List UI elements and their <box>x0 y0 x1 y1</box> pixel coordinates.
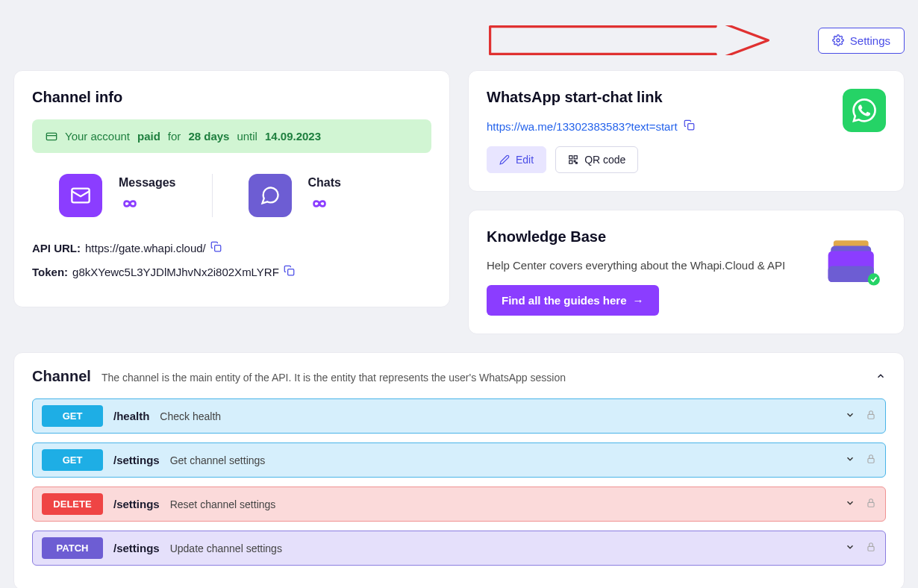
svg-point-16 <box>868 273 880 285</box>
method-badge: DELETE <box>42 493 103 515</box>
gear-icon <box>832 34 844 46</box>
kb-desc: Help Center covers everything about the … <box>487 259 785 272</box>
arrow-right-icon: → <box>633 294 644 307</box>
svg-point-0 <box>837 39 840 42</box>
channel-info-title: Channel info <box>32 89 431 106</box>
svg-rect-6 <box>687 124 693 130</box>
chevron-down-icon[interactable] <box>845 454 855 466</box>
token-row: Token: g8kXYewc5L3YJDlMJhvNx2i802XmLYRF <box>32 265 431 278</box>
chevron-down-icon[interactable] <box>845 542 855 554</box>
channel-info-card: Channel info Your account paid for 28 da… <box>13 70 450 307</box>
stat-chats: Chats <box>212 174 377 217</box>
folder-illustration <box>819 228 886 295</box>
method-badge: PATCH <box>42 537 103 559</box>
pencil-icon <box>499 154 510 165</box>
lock-icon <box>866 498 876 510</box>
chevron-down-icon[interactable] <box>845 410 855 422</box>
svg-rect-18 <box>868 458 874 463</box>
settings-button-label: Settings <box>850 34 890 47</box>
svg-rect-19 <box>868 502 874 507</box>
qr-icon <box>568 154 578 165</box>
knowledge-base-card: Knowledge Base Help Center covers everyt… <box>468 210 905 334</box>
lock-icon <box>866 410 876 422</box>
api-section-title: Channel <box>32 368 91 385</box>
svg-rect-4 <box>214 245 220 251</box>
arrow-annotation <box>454 25 805 55</box>
svg-rect-11 <box>576 163 578 164</box>
messages-value <box>119 194 176 215</box>
lock-icon <box>866 454 876 466</box>
svg-rect-7 <box>569 156 572 159</box>
whatsapp-start-link[interactable]: https://wa.me/13302383583?text=start <box>487 120 678 133</box>
messages-icon <box>59 174 102 217</box>
stat-messages: Messages <box>59 174 212 217</box>
card-icon <box>46 131 57 143</box>
edit-button[interactable]: Edit <box>487 146 546 173</box>
svg-rect-10 <box>574 160 575 162</box>
method-badge: GET <box>42 405 103 427</box>
copy-api-url-icon[interactable] <box>210 241 222 254</box>
kb-title: Knowledge Base <box>487 228 785 245</box>
whatsapp-icon <box>843 89 886 132</box>
svg-rect-15 <box>828 266 874 282</box>
method-badge: GET <box>42 449 103 471</box>
api-url-row: API URL: https://gate.whapi.cloud/ <box>32 241 431 254</box>
endpoint-health[interactable]: GET /health Check health <box>32 398 886 434</box>
settings-button[interactable]: Settings <box>818 28 905 54</box>
svg-rect-20 <box>868 546 874 551</box>
chats-icon <box>249 174 292 217</box>
svg-rect-1 <box>46 133 56 140</box>
svg-rect-5 <box>287 269 293 275</box>
endpoint-delete-settings[interactable]: DELETE /settings Reset channel settings <box>32 487 886 522</box>
api-channel-section: Channel The channel is the main entity o… <box>13 352 905 588</box>
endpoint-patch-settings[interactable]: PATCH /settings Update channel settings <box>32 531 886 566</box>
svg-rect-8 <box>574 156 577 159</box>
copy-wa-link-icon[interactable] <box>684 119 695 133</box>
chats-value <box>308 194 341 215</box>
whatsapp-link-title: WhatsApp start-chat link <box>487 89 828 106</box>
svg-rect-17 <box>868 414 874 419</box>
find-guides-button[interactable]: Find all the guides here → <box>487 285 659 316</box>
copy-token-icon[interactable] <box>284 265 295 278</box>
collapse-section-icon[interactable] <box>875 371 886 384</box>
endpoint-get-settings[interactable]: GET /settings Get channel settings <box>32 442 886 478</box>
svg-rect-9 <box>569 160 572 163</box>
lock-icon <box>866 542 876 554</box>
account-paid-banner: Your account paid for 28 days until 14.0… <box>32 119 431 153</box>
qr-code-button[interactable]: QR code <box>555 146 638 173</box>
chevron-down-icon[interactable] <box>845 498 855 510</box>
api-section-desc: The channel is the main entity of the AP… <box>102 372 865 384</box>
whatsapp-link-card: WhatsApp start-chat link https://wa.me/1… <box>468 70 905 192</box>
